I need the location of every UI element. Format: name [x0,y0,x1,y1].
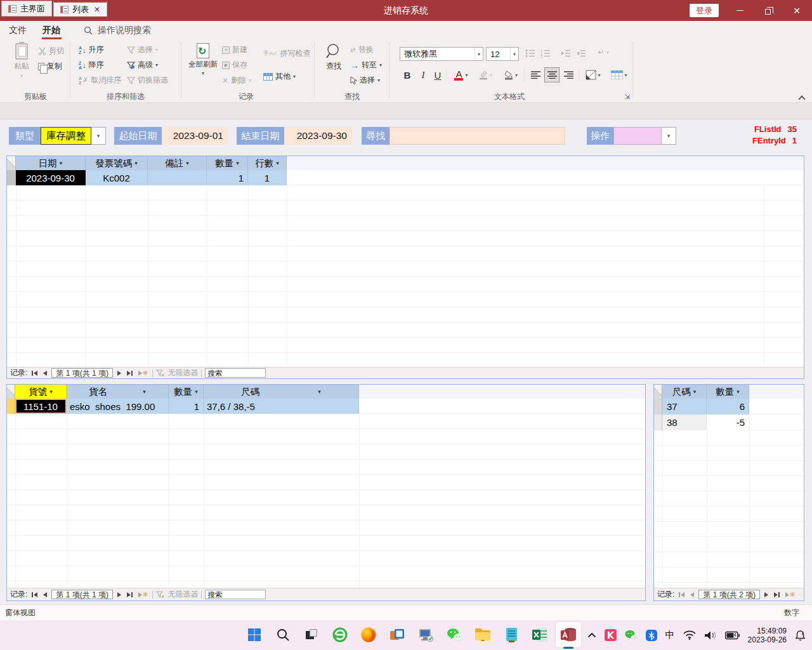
sizes-row-2[interactable]: 38 -5 [654,415,804,430]
new-record-button[interactable]: ✱ [137,369,149,376]
last-record-button[interactable] [126,592,134,597]
record-search-input[interactable] [205,368,266,378]
cell-size[interactable]: 38 [662,415,707,430]
column-dropdown-icon[interactable]: ▾ [60,160,63,166]
column-header-qty[interactable]: 數量▾ [707,385,749,399]
find-button[interactable]: 查找 [321,43,346,72]
find-input[interactable] [390,127,565,145]
cell-rows[interactable]: 1 [248,170,287,185]
record-selector[interactable] [7,399,15,414]
column-header-name[interactable]: 貨名▾ [67,385,169,399]
column-dropdown-icon[interactable]: ▾ [134,160,138,166]
fill-color-button[interactable]: ▾ [500,67,521,83]
vmware-button[interactable] [384,622,410,647]
column-header-code[interactable]: 貨號▾ [15,385,67,399]
align-right-button[interactable] [561,67,576,83]
save-record-button[interactable]: ■ 保存 [222,60,247,70]
previous-record-button[interactable] [689,592,695,597]
align-center-button[interactable] [544,67,560,83]
task-view-button[interactable] [299,622,324,647]
sizes-row-1[interactable]: 37 6 [654,399,804,415]
record-selector[interactable] [7,170,16,185]
doc-tab-list[interactable]: 列表 ✕ [53,1,107,17]
firefox-button[interactable] [356,622,381,647]
tray-expand-icon[interactable] [587,632,596,638]
column-header-invoice[interactable]: 發票號碼▾ [86,156,148,170]
column-dropdown-icon[interactable]: ▾ [276,160,279,166]
column-dropdown-icon[interactable]: ▾ [318,388,321,395]
next-record-button[interactable] [763,592,769,597]
browser-360-button[interactable] [327,622,353,647]
login-button[interactable]: 登录 [690,4,719,17]
increase-indent-button[interactable] [561,49,571,58]
record-search-input[interactable] [205,590,266,599]
new-record-button[interactable]: ✱ [784,591,796,598]
type-combo[interactable]: 庫存調整 ▾ [41,127,106,145]
last-record-button[interactable] [126,371,134,376]
type-dropdown-icon[interactable]: ▾ [91,127,106,145]
close-button[interactable]: ✕ [783,0,811,21]
wechat-button[interactable] [442,622,467,647]
numbering-button[interactable]: 123 [540,49,551,58]
operation-dropdown-icon[interactable]: ▾ [662,127,676,145]
goto-button[interactable]: → 转至 ▾ [350,60,382,70]
doc-tab-main[interactable]: 主界面 [1,1,52,17]
gridlines-button[interactable]: ▾ [582,67,604,83]
cut-button[interactable]: 剪切 [38,46,64,56]
tell-me-search[interactable]: 操作说明搜索 [84,21,151,39]
first-record-button[interactable] [30,592,39,597]
column-dropdown-icon[interactable]: ▾ [737,388,740,395]
new-record-button[interactable]: ✱ [137,591,149,598]
cell-qty[interactable]: -5 [707,415,749,430]
advanced-filter-button[interactable]: 高级 ▾ [127,60,158,70]
start-date-field[interactable]: 2023-09-01 [162,127,228,145]
taskbar-clock[interactable]: 15:49:09 2023-09-26 [748,627,787,644]
notification-bell-icon[interactable]: z [795,630,806,641]
column-dropdown-icon[interactable]: ▾ [186,160,189,166]
tab-file[interactable]: 文件 [9,21,27,39]
spell-check-button[interactable]: 字A✓ 拼写检查 [263,48,311,59]
cell-name[interactable]: esko shoes 199.00 [67,399,169,414]
orders-row-1[interactable]: 2023-09-30 Kc002 1 1 [7,170,804,185]
ime-indicator[interactable]: 中 [665,629,675,641]
bullets-button[interactable] [525,49,535,58]
minimize-button[interactable] [726,0,754,21]
file-explorer-button[interactable] [470,622,495,647]
new-record-button[interactable]: + 新建 [222,44,247,55]
tab-home[interactable]: 开始 [43,21,60,39]
sizes-empty-area[interactable] [654,430,804,588]
wifi-icon[interactable] [683,630,696,640]
column-header-sizes[interactable]: 尺碼▾ [204,385,359,399]
sort-ascending-button[interactable]: AZ↓ 升序 [79,44,104,55]
cell-qty[interactable]: 1 [169,399,204,414]
battery-icon[interactable] [725,631,740,640]
font-name-combo[interactable]: 微软雅黑 ▾ [400,47,483,61]
remote-desktop-button[interactable] [413,622,438,647]
tray-wechat-icon[interactable] [625,630,638,641]
select-all-corner[interactable] [7,385,15,399]
end-date-field[interactable]: 2023-09-30 [284,127,352,145]
column-header-qty[interactable]: 數量▾ [169,385,204,399]
record-selector[interactable] [654,415,662,430]
column-header-rows[interactable]: 行數▾ [248,156,287,170]
underline-button[interactable]: U [430,67,445,83]
cell-code-selected[interactable]: 1151-10 [15,399,67,414]
column-header-remark[interactable]: 備註▾ [148,156,207,170]
items-empty-area[interactable] [7,414,645,588]
column-dropdown-icon[interactable]: ▾ [49,388,53,395]
first-record-button[interactable] [678,592,686,597]
access-button[interactable] [556,622,581,647]
copy-button[interactable]: 复制 [38,61,62,72]
next-record-button[interactable] [116,592,122,597]
dialog-launcher-icon[interactable]: ⇲ [624,93,630,101]
cell-remark[interactable] [148,170,207,185]
toggle-filter-button[interactable]: 切换筛选 [127,75,168,86]
align-left-button[interactable] [528,67,543,83]
collapse-ribbon-icon[interactable] [798,95,805,102]
more-records-button[interactable]: 其他 ▾ [263,71,296,82]
column-header-date[interactable]: 日期▾ [16,156,86,170]
operation-combo[interactable]: ▾ [613,127,676,145]
sort-descending-button[interactable]: ZA↓ 降序 [79,60,104,70]
notepad-button[interactable] [499,622,524,647]
refresh-all-button[interactable]: ↻ 全部刷新 ▾ [187,43,219,76]
